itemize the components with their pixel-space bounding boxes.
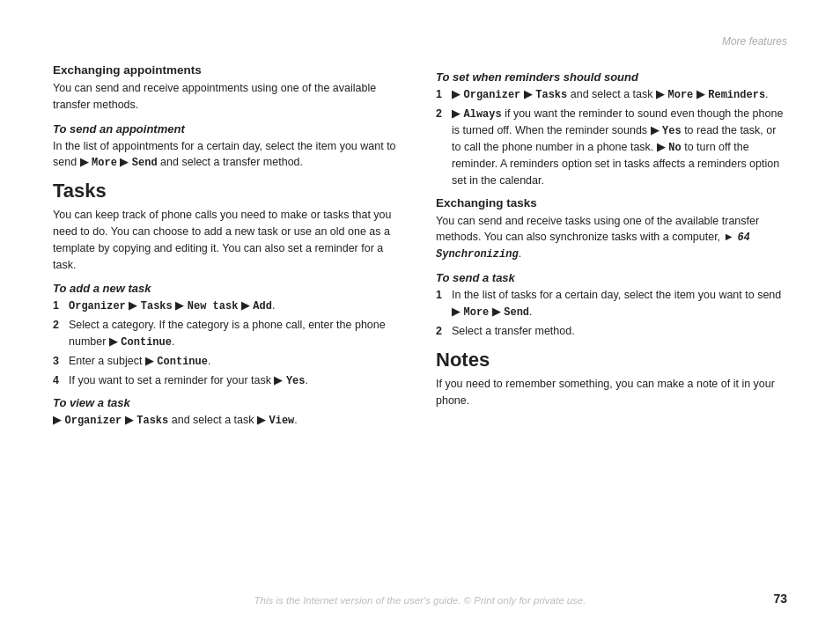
yes-link-2: Yes	[662, 125, 682, 137]
organizer-link: Organizer	[69, 300, 126, 312]
page: More features Exchanging appointments Yo…	[0, 0, 840, 625]
organizer-link-3: Organizer	[463, 89, 520, 101]
send-step-1-num: 1	[436, 287, 446, 320]
notes-title: Notes	[436, 349, 787, 371]
send-link: Send	[132, 157, 158, 169]
add-task-section: To add a new task 1 Organizer ▶ Tasks ▶ …	[53, 282, 404, 389]
add-task-steps: 1 Organizer ▶ Tasks ▶ New task ▶ Add. 2 …	[53, 298, 404, 389]
send-step-1-content: In the list of tasks for a certain day, …	[452, 287, 787, 320]
tasks-link-2: Tasks	[136, 415, 168, 427]
continue-link-2: Continue	[157, 356, 208, 368]
add-task-heading: To add a new task	[53, 282, 404, 295]
step-1-content: Organizer ▶ Tasks ▶ New task ▶ Add.	[69, 298, 275, 314]
view-task-heading: To view a task	[53, 396, 404, 409]
notes-section: Notes If you need to remember something,…	[436, 349, 787, 409]
more-link: More	[92, 157, 117, 169]
reminder-step-1: 1 ▶ Organizer ▶ Tasks and select a task …	[436, 86, 787, 103]
send-appointment-heading: To send an appointment	[53, 122, 404, 136]
footer: This is the Internet version of the user…	[0, 595, 840, 606]
send-task-section: To send a task 1 In the list of tasks fo…	[436, 271, 787, 340]
reminder-step-1-content: ▶ Organizer ▶ Tasks and select a task ▶ …	[452, 86, 769, 103]
left-column: Exchanging appointments You can send and…	[53, 63, 404, 438]
reminders-section: To set when reminders should sound 1 ▶ O…	[436, 70, 787, 189]
page-header: More features	[53, 35, 787, 48]
always-link: Always	[463, 108, 501, 121]
step-2-num: 2	[53, 317, 63, 350]
send-task-steps: 1 In the list of tasks for a certain day…	[436, 287, 787, 340]
organizer-link-2: Organizer	[64, 415, 122, 427]
reminder-step-2: 2 ▶ Always if you want the reminder to s…	[436, 106, 787, 189]
footer-text: This is the Internet version of the user…	[254, 595, 586, 606]
notes-body: If you need to remember something, you c…	[436, 376, 787, 409]
reminders-steps: 1 ▶ Organizer ▶ Tasks and select a task …	[436, 86, 787, 189]
send-link-2: Send	[504, 306, 529, 319]
exchanging-tasks-body: You can send and receive tasks using one…	[436, 213, 787, 263]
send-step-2-num: 2	[436, 323, 446, 340]
reminder-step-1-num: 1	[436, 86, 446, 103]
add-link: Add	[253, 300, 272, 312]
view-link: View	[269, 415, 295, 427]
send-step-2: 2 Select a transfer method.	[436, 323, 787, 340]
send-appointment-body: In the list of appointments for a certai…	[53, 138, 404, 172]
reminders-link: Reminders	[708, 89, 765, 101]
header-text: More features	[722, 35, 787, 48]
tasks-section: Tasks You can keep track of phone calls …	[53, 180, 404, 273]
reminder-step-2-num: 2	[436, 106, 446, 189]
no-link: No	[668, 142, 681, 154]
step-3-num: 3	[53, 353, 63, 370]
view-task-section: To view a task ▶ Organizer ▶ Tasks and s…	[53, 396, 404, 429]
exchanging-appointments-heading: Exchanging appointments	[53, 63, 404, 77]
step-4-num: 4	[53, 372, 63, 389]
send-appointment-section: To send an appointment In the list of ap…	[53, 122, 404, 172]
send-step-2-content: Select a transfer method.	[452, 323, 575, 340]
tasks-title: Tasks	[53, 180, 404, 202]
yes-link-1: Yes	[286, 375, 306, 387]
step-4-content: If you want to set a reminder for your t…	[69, 372, 308, 389]
tasks-link-3: Tasks	[535, 89, 567, 101]
step-2: 2 Select a category. If the category is …	[53, 317, 404, 350]
page-number: 73	[773, 592, 787, 606]
right-column: To set when reminders should sound 1 ▶ O…	[436, 63, 787, 438]
step-4: 4 If you want to set a reminder for your…	[53, 372, 404, 389]
tasks-link: Tasks	[141, 300, 173, 312]
exchanging-appointments-body: You can send and receive appointments us…	[53, 80, 404, 114]
tasks-body: You can keep track of phone calls you ne…	[53, 207, 404, 273]
content-columns: Exchanging appointments You can send and…	[53, 63, 787, 438]
send-step-1: 1 In the list of tasks for a certain day…	[436, 287, 787, 320]
reminders-heading: To set when reminders should sound	[436, 70, 787, 84]
sync-link: 64 Synchronizing	[436, 232, 750, 261]
reminder-step-2-content: ▶ Always if you want the reminder to sou…	[452, 106, 787, 189]
continue-link-1: Continue	[121, 336, 172, 349]
exchanging-tasks-heading: Exchanging tasks	[436, 196, 787, 210]
exchanging-tasks-section: Exchanging tasks You can send and receiv…	[436, 196, 787, 263]
exchanging-appointments-section: Exchanging appointments You can send and…	[53, 63, 404, 114]
step-3-content: Enter a subject ▶ Continue.	[69, 353, 210, 370]
send-task-heading: To send a task	[436, 271, 787, 284]
more-link-3: More	[463, 306, 489, 319]
new-task-link: New task	[188, 300, 239, 312]
view-task-body: ▶ Organizer ▶ Tasks and select a task ▶ …	[53, 412, 404, 429]
step-3: 3 Enter a subject ▶ Continue.	[53, 353, 404, 370]
step-1: 1 Organizer ▶ Tasks ▶ New task ▶ Add.	[53, 298, 404, 314]
step-1-num: 1	[53, 298, 63, 314]
step-2-content: Select a category. If the category is a …	[69, 317, 404, 350]
more-link-2: More	[668, 89, 694, 101]
